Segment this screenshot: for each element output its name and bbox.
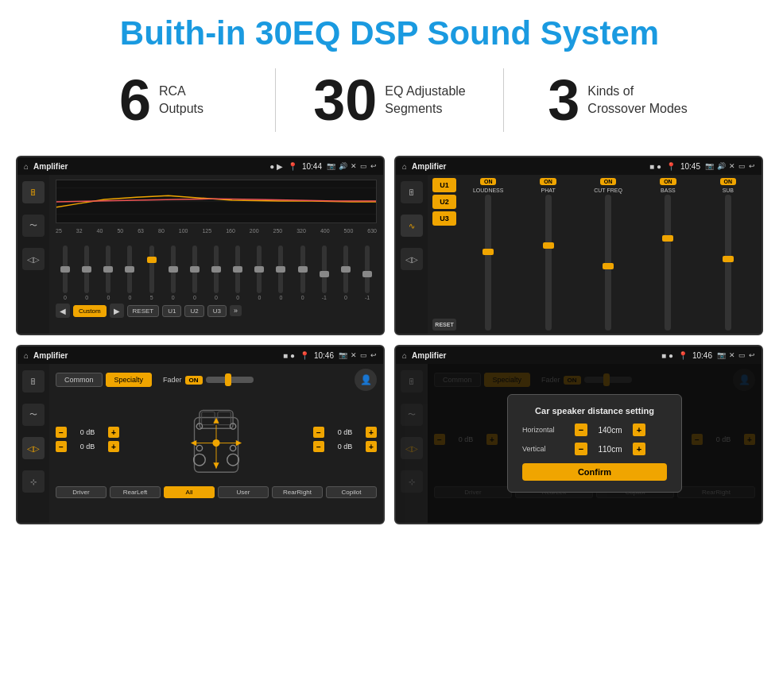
xover-sidebar-btn-3[interactable]: ◁▷ <box>401 248 423 270</box>
back-icon: ↩ <box>370 162 377 170</box>
xover-channels: U1 U2 U3 RESET <box>432 178 456 331</box>
eq-slider-4[interactable]: 0 <box>120 246 139 300</box>
stat-crossover: 3 Kinds ofCrossover Modes <box>504 72 731 129</box>
eq-prev-btn[interactable]: ◀ <box>56 304 70 318</box>
eq-u3-btn[interactable]: U3 <box>207 305 227 317</box>
confirm-button[interactable]: Confirm <box>522 463 667 481</box>
stat-label-eq: EQ AdjustableSegments <box>385 83 465 118</box>
eq-sidebar-btn-1[interactable]: 🎚 <box>22 181 45 203</box>
xover-sub-toggle[interactable]: ON <box>720 178 737 185</box>
eq-slider-1[interactable]: 0 <box>56 246 75 300</box>
xover-phat-toggle[interactable]: ON <box>540 178 556 185</box>
eq-slider-15[interactable]: -1 <box>358 246 377 300</box>
fader-tab-common[interactable]: Common <box>56 373 103 387</box>
home-icon-4[interactable]: ⌂ <box>402 351 407 360</box>
xover-bass-slider[interactable] <box>665 195 671 331</box>
fader-on-badge[interactable]: ON <box>185 376 203 385</box>
xover-icon: ∿ <box>409 222 415 230</box>
eq-slider-5[interactable]: 5 <box>142 246 161 300</box>
eq-slider-14[interactable]: 0 <box>336 246 355 300</box>
xover-cutfreq-toggle[interactable]: ON <box>600 178 617 185</box>
eq-freq-labels: 2532405063 80100125160200 25032040050063… <box>56 228 377 234</box>
horizontal-row: Horizontal − 140cm + <box>522 423 667 436</box>
eq-slider-8[interactable]: 0 <box>207 246 226 300</box>
eq-slider-2[interactable]: 0 <box>77 246 96 300</box>
eq-slider-12[interactable]: 0 <box>293 246 312 300</box>
fader-title: Amplifier <box>33 351 278 360</box>
xover-loudness-toggle[interactable]: ON <box>480 178 497 185</box>
screens-grid: ⌂ Amplifier ● ▶ 📍 10:44 📷 🔊 ✕ ▭ ↩ 🎚 〜 <box>0 148 779 540</box>
eq-icon-3: 🎚 <box>29 377 37 386</box>
fader-tab-specialty[interactable]: Specialty <box>106 373 153 387</box>
speaker-rr-db: − 0 dB + <box>313 441 377 452</box>
all-btn[interactable]: All <box>164 486 215 498</box>
fader-sidebar-btn-2[interactable]: 〜 <box>22 404 45 426</box>
speaker-icon-2: ◁▷ <box>405 255 418 264</box>
xover-u3[interactable]: U3 <box>432 211 456 226</box>
fl-plus-btn[interactable]: + <box>108 427 119 438</box>
xover-bass-toggle[interactable]: ON <box>660 178 676 185</box>
driver-btn[interactable]: Driver <box>56 486 107 498</box>
expand-icon-2: ⊹ <box>409 478 415 486</box>
eq-u2-btn[interactable]: U2 <box>184 305 203 317</box>
eq-slider-9[interactable]: 0 <box>228 246 247 300</box>
horizontal-minus-btn[interactable]: − <box>575 423 587 436</box>
eq-slider-6[interactable]: 0 <box>164 246 183 300</box>
xover-sidebar-btn-1[interactable]: 🎚 <box>401 181 423 203</box>
home-icon-2[interactable]: ⌂ <box>402 162 407 171</box>
eq-slider-11[interactable]: 0 <box>271 246 290 300</box>
eq-slider-13[interactable]: -1 <box>315 246 334 300</box>
xover-reset[interactable]: RESET <box>432 319 456 331</box>
fader-sidebar-btn-3[interactable]: ◁▷ <box>22 437 45 459</box>
xover-sub-slider[interactable] <box>725 195 731 331</box>
xover-sidebar-btn-2[interactable]: ∿ <box>401 215 423 237</box>
back-icon-2: ↩ <box>749 162 755 170</box>
eq-preset-custom[interactable]: Custom <box>73 305 107 317</box>
eq-sidebar-btn-3[interactable]: ◁▷ <box>22 248 45 270</box>
home-icon[interactable]: ⌂ <box>24 162 29 171</box>
dot-icons-2: ■ ● <box>649 162 661 171</box>
eq-more-btn[interactable]: » <box>230 305 242 316</box>
user-btn[interactable]: User <box>218 486 269 498</box>
fl-minus-btn[interactable]: − <box>56 427 67 438</box>
eq-slider-3[interactable]: 0 <box>99 246 118 300</box>
wave-icon-3: 〜 <box>408 409 416 420</box>
fader-sidebar-btn-4[interactable]: ⊹ <box>22 470 45 493</box>
eq-play-btn[interactable]: ▶ <box>110 304 124 318</box>
fr-minus-btn[interactable]: − <box>313 427 324 438</box>
rr-minus-btn[interactable]: − <box>313 441 324 452</box>
home-icon-3[interactable]: ⌂ <box>24 351 29 360</box>
back-icon-4: ↩ <box>749 351 755 359</box>
xover-u1[interactable]: U1 <box>432 178 456 192</box>
xover-phat-slider[interactable] <box>545 195 552 331</box>
fader-slider-h[interactable] <box>206 377 254 383</box>
xover-loudness-slider[interactable] <box>485 195 491 331</box>
dialog-sidebar-btn-1: 🎚 <box>401 370 423 393</box>
vertical-minus-btn[interactable]: − <box>575 443 587 455</box>
eq-title: Amplifier <box>33 162 265 171</box>
rr-plus-btn[interactable]: + <box>366 441 377 452</box>
fader-sidebar-btn-1[interactable]: 🎚 <box>22 370 45 393</box>
copilot-btn[interactable]: Copilot <box>326 486 377 498</box>
svg-point-11 <box>196 445 202 451</box>
rearright-btn[interactable]: RearRight <box>272 486 323 498</box>
fader-label: Fader <box>163 376 182 384</box>
xover-u2[interactable]: U2 <box>432 195 456 209</box>
vertical-row: Vertical − 110cm + <box>522 443 667 455</box>
rl-plus-btn[interactable]: + <box>108 441 119 452</box>
eq-sidebar-btn-2[interactable]: 〜 <box>22 215 45 237</box>
fr-plus-btn[interactable]: + <box>366 427 377 438</box>
eq-sidebar: 🎚 〜 ◁▷ <box>17 175 49 334</box>
vertical-plus-btn[interactable]: + <box>633 443 645 455</box>
eq-slider-7[interactable]: 0 <box>185 246 204 300</box>
horizontal-plus-btn[interactable]: + <box>633 423 645 436</box>
rearleft-btn[interactable]: RearLeft <box>110 486 161 498</box>
rl-minus-btn[interactable]: − <box>56 441 67 452</box>
eq-reset-btn[interactable]: RESET <box>127 305 160 317</box>
eq-content: 🎚 〜 ◁▷ <box>17 175 383 334</box>
eq-slider-10[interactable]: 0 <box>250 246 269 300</box>
crossover-main: U1 U2 U3 RESET ON LOUDNESS <box>428 175 762 334</box>
eq-u1-btn[interactable]: U1 <box>162 305 181 317</box>
xover-cutfreq-slider[interactable] <box>605 195 611 331</box>
fader-profile-btn[interactable]: 👤 <box>355 369 377 391</box>
